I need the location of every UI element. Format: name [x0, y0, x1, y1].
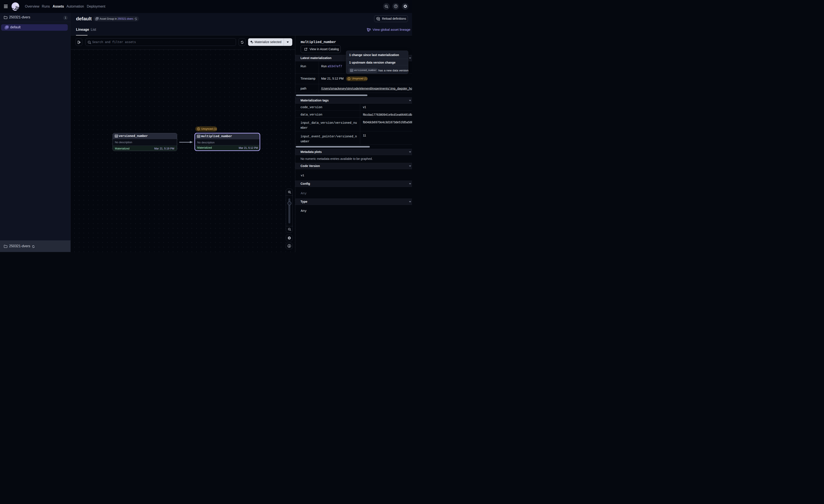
svg-text:?: ? — [395, 5, 396, 8]
